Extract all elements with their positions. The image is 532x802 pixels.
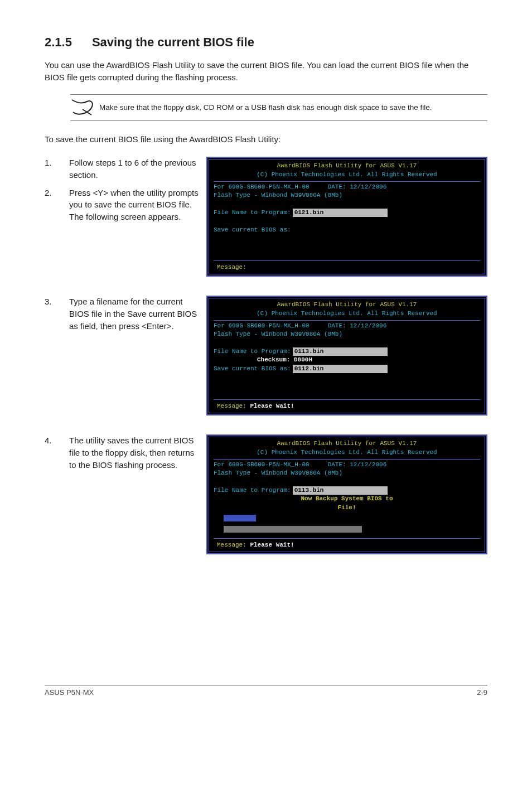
section-heading: 2.1.5Saving the current BIOS file [45, 33, 487, 51]
section-number: 2.1.5 [45, 33, 72, 51]
bios-screenshot-1: AwardBIOS Flash Utility for ASUS V1.17 (… [206, 157, 487, 277]
page-footer: ASUS P5N-MX 2-9 [45, 685, 487, 698]
step-1: 1.Follow steps 1 to 6 of the previous se… [45, 157, 200, 181]
lead-paragraph: To save the current BIOS file using the … [45, 133, 487, 146]
bios-screenshot-2: AwardBIOS Flash Utility for ASUS V1.17 (… [206, 296, 487, 416]
step-3: 3.Type a filename for the current BIOS f… [45, 296, 200, 332]
bios-screenshot-3: AwardBIOS Flash Utility for ASUS V1.17 (… [206, 434, 487, 554]
note-icon [70, 98, 99, 117]
section-title-text: Saving the current BIOS file [92, 35, 254, 49]
footer-right: 2-9 [477, 688, 487, 698]
step-4: 4.The utility saves the current BIOS fil… [45, 434, 200, 471]
step-2: 2.Press <Y> when the utility prompts you… [45, 187, 200, 223]
footer-left: ASUS P5N-MX [45, 688, 94, 698]
note-callout: Make sure that the floppy disk, CD ROM o… [70, 94, 487, 121]
note-text: Make sure that the floppy disk, CD ROM o… [99, 103, 485, 113]
intro-paragraph: You can use the AwardBIOS Flash Utility … [45, 59, 487, 84]
